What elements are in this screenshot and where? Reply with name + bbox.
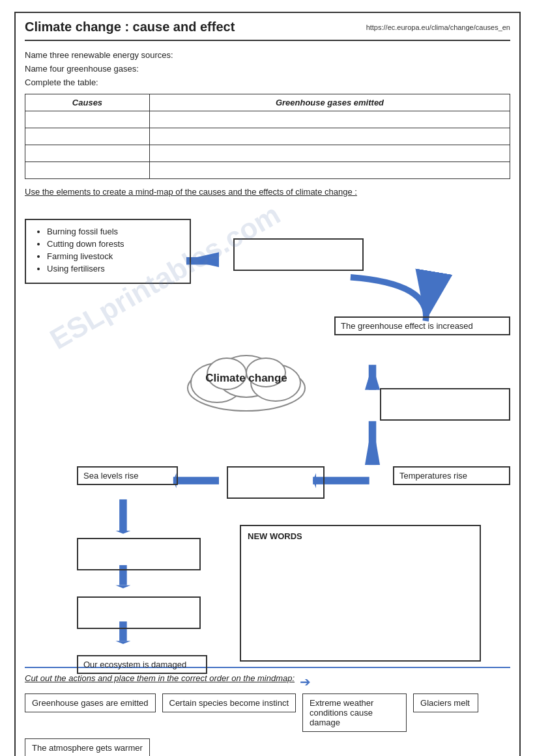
gh-effect-label: The greenhouse effect is increased [341, 321, 473, 331]
ecosystem-label: Our ecosystem is damaged [83, 660, 186, 669]
page-header: Climate change : cause and effect https:… [25, 20, 510, 41]
svg-rect-8 [369, 421, 377, 465]
climate-change-cloud: Climate change [168, 336, 325, 421]
causes-table-section: Causes Greenhouse gases emitted [25, 94, 510, 179]
svg-marker-15 [115, 585, 130, 589]
blank-box-2 [227, 466, 325, 499]
cutout-items: Greenhouse gases are emitted Certain spe… [25, 693, 510, 756]
causes-list: Burning fossil fuels Cutting down forest… [35, 227, 181, 273]
cutout-card-1: Greenhouse gases are emitted [25, 693, 156, 712]
cutout-card-5: The atmosphere gets warmer [25, 738, 150, 756]
table-row [25, 128, 510, 145]
sea-levels-box: Sea levels rise [77, 466, 178, 485]
new-words-label: NEW WORDS [248, 531, 302, 541]
cutout-card-2: Certain species become instinct [162, 693, 296, 712]
cutout-instruction: Cut out the actions and place them in th… [25, 673, 295, 683]
header-url: https://ec.europa.eu/clima/change/causes… [366, 23, 510, 31]
cutout-card-4: Glaciers melt [413, 693, 478, 712]
temp-rise-box: Temperatures rise [393, 466, 510, 485]
svg-rect-6 [369, 365, 377, 389]
svg-marker-7 [365, 421, 380, 465]
temp-rise-label: Temperatures rise [399, 471, 467, 481]
cause-item: Farming livestock [47, 251, 181, 261]
table-row [25, 145, 510, 162]
new-words-box: NEW WORDS [240, 525, 481, 662]
cause-item: Burning fossil fuels [47, 227, 181, 236]
table-row [25, 111, 510, 128]
cloud-label: Climate change [205, 372, 287, 385]
page-title: Climate change : cause and effect [25, 20, 235, 35]
svg-marker-13 [115, 531, 130, 534]
cutout-section: Cut out the actions and place them in th… [25, 667, 510, 756]
blank-box-3 [77, 538, 201, 570]
mindmap-area: Burning fossil fuels Cutting down forest… [25, 206, 510, 662]
svg-marker-17 [115, 641, 130, 644]
cutout-card-3: Extreme weather conditions cause damage [302, 693, 407, 732]
col-causes: Causes [25, 94, 150, 111]
instructions-section: Name three renewable energy sources: Nam… [25, 50, 510, 87]
svg-rect-12 [173, 477, 219, 484]
gg-emitted-box [233, 238, 364, 271]
svg-marker-5 [365, 365, 380, 389]
svg-rect-14 [119, 499, 127, 531]
cause-item: Cutting down forests [47, 239, 181, 249]
instruction-line2: Name four greenhouse gases: [25, 64, 510, 74]
use-elements-instruction: Use the elements to create a mind-map of… [25, 187, 510, 197]
cause-item: Using fertilisers [47, 264, 181, 273]
instruction-line3: Complete the table: [25, 77, 510, 87]
instruction-line1: Name three renewable energy sources: [25, 50, 510, 60]
svg-rect-4 [186, 257, 219, 265]
col-gases: Greenhouse gases emitted [149, 94, 510, 111]
cutout-arrow-icon: ➔ [300, 674, 311, 690]
blank-box-1 [380, 388, 510, 421]
svg-marker-3 [186, 252, 219, 267]
ecosystem-box: Our ecosystem is damaged [77, 655, 207, 674]
sea-levels-label: Sea levels rise [83, 471, 139, 481]
blank-box-4 [77, 596, 201, 629]
causes-table: Causes Greenhouse gases emitted [25, 94, 510, 179]
table-row [25, 162, 510, 179]
gh-effect-box: The greenhouse effect is increased [334, 316, 510, 335]
causes-box: Burning fossil fuels Cutting down forest… [25, 219, 191, 284]
